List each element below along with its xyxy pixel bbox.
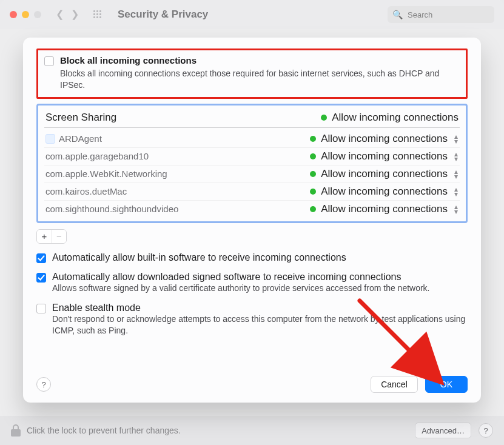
back-button[interactable]: ❮	[56, 10, 64, 19]
app-status-label: Allow incoming connections	[321, 150, 448, 162]
app-status-label: Allow incoming connections	[321, 203, 448, 215]
lock-icon[interactable]	[11, 424, 21, 437]
apps-list-row[interactable]: com.kairos.duetMacAllow incoming connect…	[44, 183, 460, 201]
app-name-cell: ARDAgent	[45, 133, 310, 144]
apps-list-header: Screen Sharing Allow incoming connection…	[44, 110, 460, 128]
app-name: com.apple.garageband10	[45, 151, 149, 161]
app-name: com.sighthound.sighthoundvideo	[45, 204, 178, 214]
stealth-checkbox[interactable]	[36, 304, 46, 313]
search-field[interactable]: 🔍	[388, 6, 494, 23]
apps-list-row[interactable]: com.apple.WebKit.NetworkingAllow incomin…	[44, 166, 460, 183]
auto-signed-option: Automatically allow downloaded signed so…	[36, 272, 468, 294]
advanced-button[interactable]: Advanced…	[415, 423, 471, 438]
status-dropdown-icon[interactable]	[454, 204, 459, 214]
app-icon	[45, 134, 55, 144]
dialog-footer: ? Cancel OK	[36, 369, 468, 393]
status-dot-icon	[310, 153, 316, 159]
app-status-label: Allow incoming connections	[321, 168, 448, 180]
forward-button[interactable]: ❯	[71, 10, 79, 19]
add-app-button[interactable]: +	[37, 230, 52, 243]
auto-signed-checkbox[interactable]	[36, 273, 46, 283]
auto-signed-label: Automatically allow downloaded signed so…	[52, 272, 401, 283]
close-window-button[interactable]	[10, 11, 17, 18]
status-dropdown-icon[interactable]	[454, 152, 459, 161]
window-controls	[10, 11, 41, 18]
apps-list-highlight: Screen Sharing Allow incoming connection…	[36, 104, 468, 223]
status-dot-icon	[310, 136, 316, 142]
app-status-label: Allow incoming connections	[321, 133, 448, 145]
apps-list-header-status: Allow incoming connections	[332, 112, 459, 124]
apps-list-row[interactable]: com.apple.garageband10Allow incoming con…	[44, 148, 460, 166]
plus-icon: +	[42, 231, 47, 241]
cancel-button-label: Cancel	[381, 380, 408, 389]
ok-button[interactable]: OK	[425, 376, 468, 393]
auto-builtin-option: Automatically allow built-in software to…	[36, 252, 468, 263]
apps-list-footer: + −	[36, 229, 468, 244]
status-dropdown-icon[interactable]	[454, 169, 459, 179]
firewall-options-dialog: Block all incoming connections Blocks al…	[23, 38, 481, 403]
titlebar: ❮ ❯ Security & Privacy 🔍	[0, 0, 504, 29]
app-name-cell: com.sighthound.sighthoundvideo	[45, 204, 310, 214]
app-name-cell: com.apple.garageband10	[45, 151, 310, 161]
block-all-description: Blocks all incoming connections except t…	[60, 68, 460, 91]
app-status-cell[interactable]: Allow incoming connections	[310, 203, 448, 215]
zoom-window-button[interactable]	[34, 11, 41, 18]
auto-signed-description: Allows software signed by a valid certif…	[52, 283, 468, 294]
help-icon: ?	[41, 380, 45, 389]
status-dot-icon	[310, 189, 316, 195]
cancel-button[interactable]: Cancel	[371, 376, 418, 393]
search-input[interactable]	[406, 10, 489, 20]
advanced-button-label: Advanced…	[422, 426, 465, 435]
app-status-cell[interactable]: Allow incoming connections	[310, 150, 448, 162]
apps-list-row[interactable]: com.sighthound.sighthoundvideoAllow inco…	[44, 201, 460, 218]
status-dot-icon	[321, 115, 327, 121]
show-all-prefs-button[interactable]	[93, 10, 102, 19]
help-button-dialog[interactable]: ?	[36, 377, 51, 392]
block-all-highlight: Block all incoming connections Blocks al…	[36, 49, 468, 99]
window-title: Security & Privacy	[118, 8, 208, 21]
block-all-label: Block all incoming connections	[60, 55, 460, 65]
auto-builtin-label: Automatically allow built-in software to…	[52, 252, 346, 263]
app-status-cell[interactable]: Allow incoming connections	[310, 168, 448, 180]
app-status-cell[interactable]: Allow incoming connections	[310, 186, 448, 198]
app-name: com.apple.WebKit.Networking	[45, 169, 167, 179]
status-dropdown-icon[interactable]	[454, 134, 459, 144]
minimize-window-button[interactable]	[22, 11, 29, 18]
block-all-checkbox[interactable]	[44, 56, 54, 66]
app-name-cell: com.kairos.duetMac	[45, 186, 310, 196]
apps-list-header-name: Screen Sharing	[45, 112, 321, 124]
apps-list: ARDAgentAllow incoming connectionscom.ap…	[44, 130, 460, 218]
minus-icon: −	[56, 231, 62, 241]
app-status-label: Allow incoming connections	[321, 186, 448, 198]
help-icon: ?	[483, 426, 488, 435]
lock-text: Click the lock to prevent further change…	[27, 426, 181, 435]
stealth-option: Enable stealth mode Don't respond to or …	[36, 303, 468, 336]
status-dot-icon	[310, 171, 316, 177]
help-button-main[interactable]: ?	[479, 423, 493, 438]
stealth-description: Don't respond to or acknowledge attempts…	[52, 313, 468, 336]
remove-app-button[interactable]: −	[52, 230, 66, 243]
apps-list-row[interactable]: ARDAgentAllow incoming connections	[44, 130, 460, 148]
nav-arrows: ❮ ❯	[56, 10, 79, 19]
status-dropdown-icon[interactable]	[454, 187, 459, 196]
app-name: com.kairos.duetMac	[45, 186, 127, 196]
search-icon: 🔍	[392, 10, 403, 19]
ok-button-label: OK	[440, 380, 452, 389]
app-name: ARDAgent	[59, 133, 102, 144]
app-status-cell[interactable]: Allow incoming connections	[310, 133, 448, 145]
stealth-label: Enable stealth mode	[52, 303, 141, 313]
app-name-cell: com.apple.WebKit.Networking	[45, 169, 310, 179]
lock-row: Click the lock to prevent further change…	[0, 416, 504, 445]
auto-builtin-checkbox[interactable]	[36, 253, 46, 263]
status-dot-icon	[310, 206, 316, 212]
